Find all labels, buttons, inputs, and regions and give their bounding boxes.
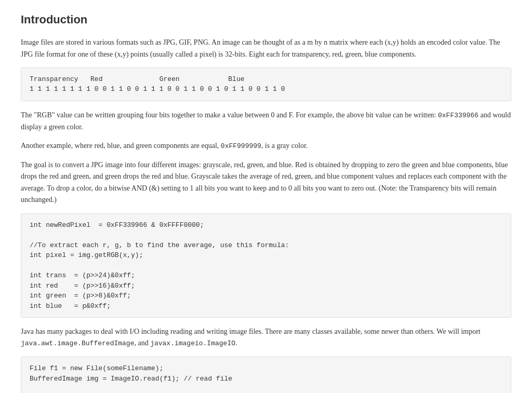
green-label: Green [159, 75, 180, 83]
paragraph-5-text2: , and [134, 339, 150, 347]
code-inline-4: javax.imageio.ImageIO [150, 340, 235, 347]
red-label: Red [90, 75, 102, 83]
code-inline-2: 0xFF999999 [221, 142, 261, 150]
code-block-2: int newRedPixel = 0xFF339966 & 0xFFFF000… [21, 213, 511, 318]
code-inline-1: 0xFF339966 [438, 112, 478, 119]
paragraph-5-text1: Java has many packages to deal with I/O … [21, 328, 481, 335]
paragraph-4: The goal is to convert a JPG image into … [21, 159, 511, 206]
page-title: Introduction [21, 10, 511, 29]
paragraph-2-text1: The "RGB" value can be written grouping … [21, 111, 438, 119]
code-block-1: Transparency Red Green Blue 1 1 1 1 1 1 … [21, 67, 511, 101]
paragraph-2: The "RGB" value can be written grouping … [21, 110, 511, 133]
paragraph-5-text3: . [235, 339, 237, 347]
paragraph-3: Another example, where red, blue, and gr… [21, 140, 511, 152]
blue-label: Blue [228, 75, 244, 83]
paragraph-3-text1: Another example, where red, blue, and gr… [21, 142, 221, 150]
bit-values: 1 1 1 1 1 1 1 1 0 0 1 1 0 0 1 1 1 0 0 1 … [30, 85, 285, 93]
paragraph-1: Image files are stored in various format… [21, 37, 511, 60]
paragraph-3-text2: , is a gray color. [261, 142, 308, 150]
transparency-label: Transparency [30, 75, 78, 83]
code-block-3: File f1 = new File(someFilename); Buffer… [21, 357, 511, 393]
code-inline-3: java.awt.image.BufferedImage [21, 340, 134, 347]
paragraph-5: Java has many packages to deal with I/O … [21, 326, 511, 349]
